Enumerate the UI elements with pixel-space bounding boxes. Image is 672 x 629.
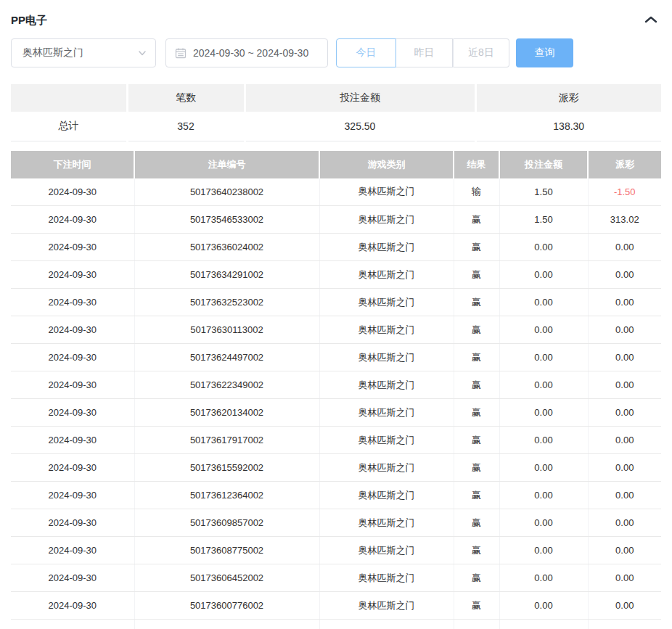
cell-bet-amount: 0.00 bbox=[499, 261, 588, 289]
cell-result: 赢 bbox=[454, 399, 499, 427]
cell-bet-amount: 0.00 bbox=[499, 289, 588, 316]
cell-order-number: 50173624497002 bbox=[134, 344, 319, 371]
cell-payout: 0.00 bbox=[588, 564, 661, 592]
cell-bet-time: 2024-09-30 bbox=[11, 371, 134, 399]
cell-result: 赢 bbox=[454, 427, 499, 454]
cell-order-number: 50173632523002 bbox=[134, 289, 319, 316]
table-row: 2024-09-30 50173636024002 奥林匹斯之门 赢 0.00 … bbox=[11, 234, 661, 261]
cell-bet-amount bbox=[499, 620, 588, 629]
cell-game-category: 奥林匹斯之门 bbox=[319, 537, 454, 564]
cell-game-category: 奥林匹斯之门 bbox=[319, 482, 454, 509]
cell-order-number: 50173612364002 bbox=[134, 482, 319, 509]
summary-header-row: 笔数 投注金额 派彩 bbox=[11, 84, 661, 112]
table-row: 2024-09-30 50173546533002 奥林匹斯之门 赢 1.50 … bbox=[11, 206, 661, 234]
cell-result: 赢 bbox=[454, 482, 499, 509]
cell-order-number: 50173606452002 bbox=[134, 564, 319, 592]
cell-result: 赢 bbox=[454, 564, 499, 592]
cell-game-category: 奥林匹斯之门 bbox=[319, 316, 454, 344]
cell-payout: 0.00 bbox=[588, 234, 661, 261]
cell-payout: 0.00 bbox=[588, 316, 661, 344]
cell-bet-amount: 0.00 bbox=[499, 234, 588, 261]
cell-result: 赢 bbox=[454, 371, 499, 399]
cell-bet-time: 2024-09-30 bbox=[11, 316, 134, 344]
cell-result: 赢 bbox=[454, 234, 499, 261]
cell-bet-time: 2024-09-30 bbox=[11, 289, 134, 316]
cell-game-category: 奥林匹斯之门 bbox=[319, 509, 454, 537]
summary-col-blank bbox=[11, 84, 127, 112]
cell-result: 赢 bbox=[454, 289, 499, 316]
cell-order-number: 50173546533002 bbox=[134, 206, 319, 234]
game-select[interactable]: 奥林匹斯之门 bbox=[11, 38, 156, 67]
cell-payout bbox=[588, 620, 661, 629]
summary-total-payout: 138.30 bbox=[475, 112, 661, 141]
summary-col-bet-amount: 投注金额 bbox=[245, 84, 475, 112]
cell-bet-amount: 0.00 bbox=[499, 592, 588, 620]
bet-table-body: 2024-09-30 50173640238002 奥林匹斯之门 输 1.50 … bbox=[11, 178, 661, 629]
date-range-value: 2024-09-30 ~ 2024-09-30 bbox=[193, 47, 308, 59]
cell-bet-time: 2024-09-30 bbox=[11, 344, 134, 371]
bet-records-table: 下注时间 注单编号 游戏类别 结果 投注金额 派彩 2024-09-30 501… bbox=[11, 151, 661, 629]
cell-order-number: 50173630113002 bbox=[134, 316, 319, 344]
cell-result: 赢 bbox=[454, 537, 499, 564]
cell-bet-amount: 0.00 bbox=[499, 537, 588, 564]
cell-game-category bbox=[319, 620, 454, 629]
last-8-days-button[interactable]: 近8日 bbox=[453, 38, 509, 67]
cell-bet-amount: 1.50 bbox=[499, 178, 588, 206]
table-row: 2024-09-30 50173617917002 奥林匹斯之门 赢 0.00 … bbox=[11, 427, 661, 454]
summary-table: 笔数 投注金额 派彩 总计 352 325.50 138.30 bbox=[11, 84, 661, 141]
cell-bet-time bbox=[11, 620, 134, 629]
calendar-icon bbox=[175, 47, 187, 59]
cell-bet-time: 2024-09-30 bbox=[11, 509, 134, 537]
col-bet-time: 下注时间 bbox=[11, 151, 134, 178]
cell-order-number: 50173608775002 bbox=[134, 537, 319, 564]
cell-bet-amount: 0.00 bbox=[499, 371, 588, 399]
cell-payout: 0.00 bbox=[588, 454, 661, 482]
cell-game-category: 奥林匹斯之门 bbox=[319, 178, 454, 206]
cell-result: 赢 bbox=[454, 592, 499, 620]
quick-date-button-group: 今日 昨日 近8日 bbox=[336, 38, 509, 67]
date-range-picker[interactable]: 2024-09-30 ~ 2024-09-30 bbox=[165, 38, 328, 67]
table-row bbox=[11, 620, 661, 629]
table-row: 2024-09-30 50173615592002 奥林匹斯之门 赢 0.00 … bbox=[11, 454, 661, 482]
cell-order-number: 50173640238002 bbox=[134, 178, 319, 206]
cell-game-category: 奥林匹斯之门 bbox=[319, 427, 454, 454]
cell-bet-time: 2024-09-30 bbox=[11, 454, 134, 482]
cell-bet-time: 2024-09-30 bbox=[11, 427, 134, 454]
query-button[interactable]: 查询 bbox=[516, 38, 573, 67]
cell-game-category: 奥林匹斯之门 bbox=[319, 261, 454, 289]
col-result: 结果 bbox=[454, 151, 499, 178]
collapse-panel-button[interactable] bbox=[641, 12, 661, 29]
cell-order-number: 50173620134002 bbox=[134, 399, 319, 427]
cell-order-number: 50173622349002 bbox=[134, 371, 319, 399]
cell-payout: 0.00 bbox=[588, 592, 661, 620]
table-row: 2024-09-30 50173640238002 奥林匹斯之门 输 1.50 … bbox=[11, 178, 661, 206]
col-payout: 派彩 bbox=[588, 151, 661, 178]
cell-bet-amount: 0.00 bbox=[499, 399, 588, 427]
page-title: PP电子 bbox=[11, 14, 47, 28]
cell-bet-time: 2024-09-30 bbox=[11, 234, 134, 261]
cell-order-number: 50173600776002 bbox=[134, 592, 319, 620]
table-row: 2024-09-30 50173606452002 奥林匹斯之门 赢 0.00 … bbox=[11, 564, 661, 592]
cell-bet-time: 2024-09-30 bbox=[11, 399, 134, 427]
cell-order-number: 50173617917002 bbox=[134, 427, 319, 454]
yesterday-button[interactable]: 昨日 bbox=[396, 38, 453, 67]
cell-payout: 0.00 bbox=[588, 482, 661, 509]
cell-result: 赢 bbox=[454, 206, 499, 234]
cell-game-category: 奥林匹斯之门 bbox=[319, 206, 454, 234]
cell-bet-amount: 0.00 bbox=[499, 344, 588, 371]
cell-bet-time: 2024-09-30 bbox=[11, 178, 134, 206]
cell-game-category: 奥林匹斯之门 bbox=[319, 564, 454, 592]
table-row: 2024-09-30 50173612364002 奥林匹斯之门 赢 0.00 … bbox=[11, 482, 661, 509]
table-row: 2024-09-30 50173634291002 奥林匹斯之门 赢 0.00 … bbox=[11, 261, 661, 289]
cell-payout: 0.00 bbox=[588, 261, 661, 289]
cell-order-number bbox=[134, 620, 319, 629]
cell-game-category: 奥林匹斯之门 bbox=[319, 399, 454, 427]
summary-col-count: 笔数 bbox=[127, 84, 245, 112]
cell-payout: -1.50 bbox=[588, 178, 661, 206]
cell-payout: 0.00 bbox=[588, 289, 661, 316]
table-row: 2024-09-30 50173609857002 奥林匹斯之门 赢 0.00 … bbox=[11, 509, 661, 537]
cell-game-category: 奥林匹斯之门 bbox=[319, 454, 454, 482]
today-button[interactable]: 今日 bbox=[336, 38, 396, 67]
table-row: 2024-09-30 50173624497002 奥林匹斯之门 赢 0.00 … bbox=[11, 344, 661, 371]
cell-bet-amount: 1.50 bbox=[499, 206, 588, 234]
